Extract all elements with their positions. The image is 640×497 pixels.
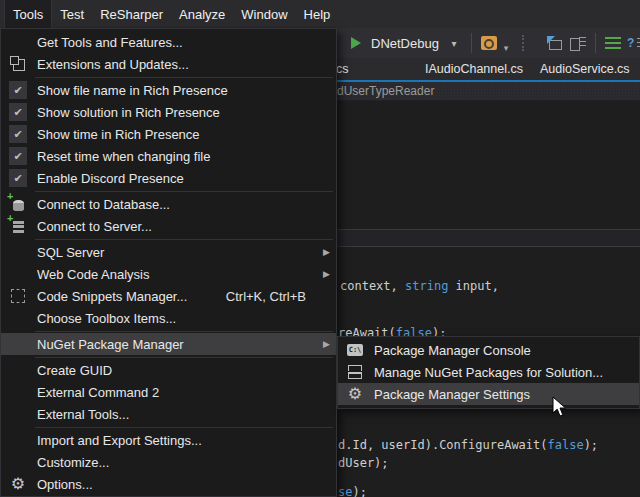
menu-item-reset-time-when-changing-file[interactable]: Reset time when changing file — [1, 145, 336, 167]
code-token: ); — [352, 485, 366, 497]
menu-separator — [1, 355, 336, 359]
menu-item-label: Options... — [37, 477, 320, 492]
navigate-back-box-icon[interactable] — [546, 36, 563, 51]
submenu-arrow-icon: ▶ — [320, 339, 330, 349]
menu-item-connect-to-database[interactable]: Connect to Database... — [1, 193, 336, 215]
menu-item-package-manager-console[interactable]: Package Manager Console — [338, 339, 639, 361]
menu-item-package-manager-settings[interactable]: Package Manager Settings — [338, 383, 639, 405]
menu-item-show-solution-in-rich-presence[interactable]: Show solution in Rich Presence — [1, 101, 336, 123]
menu-item-label: SQL Server — [37, 245, 320, 260]
code-token: ); — [584, 438, 598, 452]
menu-separator — [1, 329, 336, 333]
menu-separator — [1, 425, 336, 429]
menu-item-sql-server[interactable]: SQL Server▶ — [1, 241, 336, 263]
menu-item-label: Create GUID — [37, 363, 320, 378]
code-token: string — [405, 279, 448, 293]
code-token: false — [548, 438, 584, 452]
code-line: dUser); — [338, 456, 389, 470]
menu-item-label: Get Tools and Features... — [37, 35, 320, 50]
menu-item-label: Web Code Analysis — [37, 267, 320, 282]
run-config-label[interactable]: DNetDebug — [371, 36, 439, 51]
menu-item-external-command-2[interactable]: External Command 2 — [1, 381, 336, 403]
code-token: context, — [340, 279, 405, 293]
menu-item-customize[interactable]: Customize... — [1, 451, 336, 473]
menu-item-label: Package Manager Settings — [374, 387, 623, 402]
server-add-icon — [9, 217, 27, 235]
menu-item-label: Manage NuGet Packages for Solution... — [374, 365, 623, 380]
menu-item-nuget-package-manager[interactable]: NuGet Package Manager▶ — [1, 333, 336, 355]
toolbar-drag-handle[interactable] — [522, 35, 538, 51]
menu-item-external-tools[interactable]: External Tools... — [1, 403, 336, 425]
indent-lines-icon[interactable] — [605, 37, 621, 49]
menu-item-label: Show solution in Rich Presence — [37, 105, 320, 120]
menu-separator — [1, 75, 336, 79]
chevron-down-icon[interactable]: ▾ — [446, 31, 462, 55]
code-token: input, — [448, 279, 499, 293]
extensions-icon — [9, 55, 27, 73]
console-icon — [346, 341, 364, 359]
menu-item-create-guid[interactable]: Create GUID — [1, 359, 336, 381]
code-token: se — [338, 485, 352, 497]
submenu-arrow-icon: ▶ — [320, 247, 330, 257]
menu-item-manage-nuget-packages-for-solution[interactable]: Manage NuGet Packages for Solution... — [338, 361, 639, 383]
database-add-icon — [9, 195, 27, 213]
code-token: dUser); — [338, 456, 389, 470]
breadcrumb[interactable]: dUserTypeReader — [337, 84, 434, 98]
menu-separator — [1, 237, 336, 241]
package-icon — [346, 363, 364, 381]
tab-clipped-document[interactable]: cs — [336, 58, 349, 80]
menu-item-label: Show file name in Rich Presence — [37, 83, 320, 98]
menu-separator — [1, 189, 336, 193]
menu-item-code-snippets-manager[interactable]: Code Snippets Manager...Ctrl+K, Ctrl+B — [1, 285, 336, 307]
checkmark-icon — [9, 169, 27, 187]
menu-item-label: External Tools... — [37, 407, 320, 422]
menu-item-label: Package Manager Console — [374, 343, 623, 358]
tab-iaudiochannel[interactable]: IAudioChannel.cs — [425, 58, 523, 80]
menubar-item-analyze[interactable]: Analyze — [171, 0, 233, 28]
tools-menu-dropdown: Get Tools and Features...Extensions and … — [0, 28, 337, 497]
toolbar-separator — [471, 33, 472, 53]
menu-item-options[interactable]: Options... — [1, 473, 336, 495]
menu-item-label: Enable Discord Presence — [37, 171, 320, 186]
gear-icon — [9, 475, 27, 493]
menu-item-label: NuGet Package Manager — [37, 337, 320, 352]
menu-item-label: Reset time when changing file — [37, 149, 320, 164]
menu-item-enable-discord-presence[interactable]: Enable Discord Presence — [1, 167, 336, 189]
menu-item-show-file-name-in-rich-presence[interactable]: Show file name in Rich Presence — [1, 79, 336, 101]
find-chevron-icon[interactable]: ▾ — [498, 36, 514, 60]
menubar-item-test[interactable]: Test — [52, 0, 92, 28]
play-icon[interactable] — [348, 31, 364, 55]
menu-item-extensions-and-updates[interactable]: Extensions and Updates... — [1, 53, 336, 75]
menu-item-label: Import and Export Settings... — [37, 433, 320, 448]
submenu-arrow-icon: ▶ — [320, 269, 330, 279]
tab-audioservice[interactable]: AudioService.cs — [540, 58, 630, 80]
menubar-item-window[interactable]: Window — [233, 0, 295, 28]
menu-item-get-tools-and-features[interactable]: Get Tools and Features... — [1, 31, 336, 53]
menubar-item-help[interactable]: Help — [296, 0, 339, 28]
menu-item-label: Show time in Rich Presence — [37, 127, 320, 142]
menu-item-label: Customize... — [37, 455, 320, 470]
menu-item-choose-toolbox-items[interactable]: Choose Toolbox Items... — [1, 307, 336, 329]
selection-box-icon — [9, 287, 27, 305]
menu-item-label: Connect to Database... — [37, 197, 320, 212]
menu-item-show-time-in-rich-presence[interactable]: Show time in Rich Presence — [1, 123, 336, 145]
code-token: d.Id, userId).ConfigureAwait( — [338, 438, 548, 452]
find-in-files-icon[interactable] — [481, 36, 497, 50]
checkmark-icon — [9, 81, 27, 99]
menu-item-shortcut: Ctrl+K, Ctrl+B — [226, 289, 306, 304]
menu-item-import-and-export-settings[interactable]: Import and Export Settings... — [1, 429, 336, 451]
toolbar-separator — [595, 33, 596, 53]
checkmark-icon — [9, 103, 27, 121]
menu-item-label: Extensions and Updates... — [37, 57, 320, 72]
question-lines-icon[interactable] — [627, 31, 640, 55]
mouse-cursor — [552, 396, 568, 422]
menu-item-web-code-analysis[interactable]: Web Code Analysis▶ — [1, 263, 336, 285]
checkmark-icon — [9, 147, 27, 165]
gear-icon — [346, 385, 364, 403]
menubar-item-resharper[interactable]: ReSharper — [92, 0, 171, 28]
editor-divider-band — [337, 229, 640, 247]
menubar-item-tools[interactable]: Tools — [4, 0, 52, 28]
menu-item-connect-to-server[interactable]: Connect to Server... — [1, 215, 336, 237]
paste-lines-icon[interactable] — [569, 36, 586, 51]
main-menubar: ToolsTestReSharperAnalyzeWindowHelp — [0, 0, 640, 28]
